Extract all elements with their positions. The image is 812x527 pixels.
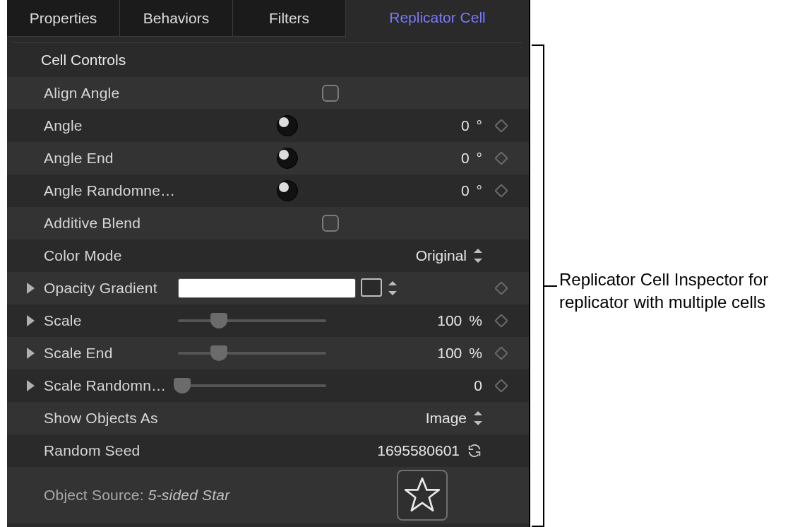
disclosure-icon[interactable] <box>27 283 35 294</box>
angle-end-value-unit: ° <box>477 150 482 167</box>
disclosure-icon[interactable] <box>27 380 35 391</box>
keyframe-icon[interactable] <box>494 151 508 165</box>
label-scale: Scale <box>44 312 178 329</box>
angle-randomness-value-unit: ° <box>477 182 482 199</box>
row-scale: Scale 100 % <box>7 304 529 337</box>
random-seed-value-number: 1695580601 <box>377 442 460 459</box>
scale-value-number: 100 <box>437 312 462 329</box>
inspector-panel: Properties Behaviors Filters Replicator … <box>7 0 530 527</box>
label-additive-blend: Additive Blend <box>44 215 178 232</box>
tab-behaviors[interactable]: Behaviors <box>120 0 233 37</box>
angle-end-value-number: 0 <box>461 150 470 167</box>
keyframe-icon[interactable] <box>494 346 508 360</box>
random-seed-value[interactable]: 1695580601 <box>341 442 482 459</box>
label-color-mode: Color Mode <box>44 247 178 264</box>
show-objects-as-value: Image <box>426 410 467 427</box>
scale-value-unit: % <box>469 312 482 329</box>
color-mode-value: Original <box>416 247 467 264</box>
row-opacity-gradient: Opacity Gradient <box>7 272 529 304</box>
color-mode-select[interactable]: Original <box>341 247 482 264</box>
tab-properties[interactable]: Properties <box>7 0 120 37</box>
scale-value[interactable]: 100 % <box>341 312 482 329</box>
angle-end-dial[interactable] <box>277 148 298 169</box>
scale-randomness-value[interactable]: 0 <box>341 377 482 394</box>
align-angle-checkbox[interactable] <box>322 85 339 102</box>
chevron-updown-icon <box>474 411 482 425</box>
angle-randomness-value[interactable]: 0 ° <box>341 182 482 199</box>
label-scale-end: Scale End <box>44 345 178 362</box>
keyframe-icon[interactable] <box>494 379 508 393</box>
callout-tick <box>544 285 557 287</box>
opacity-gradient-swatch[interactable] <box>178 278 356 298</box>
row-angle: Angle 0 ° <box>7 109 529 142</box>
star-icon <box>403 476 441 514</box>
angle-end-value[interactable]: 0 ° <box>341 150 482 167</box>
svg-marker-0 <box>405 478 439 510</box>
scale-randomness-slider[interactable] <box>178 379 326 392</box>
angle-dial[interactable] <box>277 115 298 136</box>
keyframe-icon[interactable] <box>494 314 508 328</box>
disclosure-icon[interactable] <box>27 315 35 326</box>
label-object-source-value: 5-sided Star <box>148 487 230 503</box>
label-angle-end: Angle End <box>44 150 178 167</box>
angle-value[interactable]: 0 ° <box>341 117 482 134</box>
label-angle: Angle <box>44 117 178 134</box>
inspector-tabs: Properties Behaviors Filters Replicator … <box>7 0 529 37</box>
scale-end-slider[interactable] <box>178 347 326 360</box>
tab-replicator-cell[interactable]: Replicator Cell <box>346 0 529 37</box>
label-opacity-gradient: Opacity Gradient <box>44 280 178 297</box>
tab-filters[interactable]: Filters <box>233 0 346 37</box>
chevron-updown-icon[interactable] <box>388 281 397 295</box>
row-object-source: Object Source: 5-sided Star <box>7 467 529 523</box>
angle-value-number: 0 <box>461 117 470 134</box>
scale-end-value[interactable]: 100 % <box>341 345 482 362</box>
label-show-objects-as: Show Objects As <box>44 410 178 427</box>
chevron-updown-icon <box>474 249 482 263</box>
row-angle-randomness: Angle Randomne… 0 ° <box>7 174 529 207</box>
row-show-objects-as: Show Objects As Image <box>7 402 529 434</box>
row-align-angle: Align Angle <box>7 77 529 109</box>
row-scale-end: Scale End 100 % <box>7 337 529 369</box>
row-angle-end: Angle End 0 ° <box>7 142 529 174</box>
scale-end-value-number: 100 <box>437 345 462 362</box>
row-color-mode: Color Mode Original <box>7 239 529 272</box>
scale-randomness-value-number: 0 <box>474 377 482 394</box>
scale-end-value-unit: % <box>469 345 482 362</box>
scale-slider[interactable] <box>178 314 326 327</box>
callout-text: Replicator Cell Inspector for replicator… <box>559 268 799 314</box>
angle-randomness-dial[interactable] <box>277 180 298 201</box>
row-additive-blend: Additive Blend <box>7 207 529 239</box>
keyframe-icon[interactable] <box>494 184 508 198</box>
row-random-seed: Random Seed 1695580601 <box>7 434 529 467</box>
angle-value-unit: ° <box>477 117 482 134</box>
label-random-seed: Random Seed <box>44 442 178 459</box>
controls-list: Align Angle Angle 0 ° <box>7 77 529 523</box>
keyframe-icon[interactable] <box>494 281 508 295</box>
show-objects-as-select[interactable]: Image <box>341 410 482 427</box>
keyframe-icon[interactable] <box>494 119 508 133</box>
row-scale-randomness: Scale Randomn… 0 <box>7 369 529 402</box>
label-object-source-prefix: Object Source: <box>44 487 144 503</box>
label-align-angle: Align Angle <box>44 85 178 102</box>
section-title: Cell Controls <box>7 43 529 77</box>
gradient-preset-icon[interactable] <box>363 280 381 296</box>
label-scale-randomness: Scale Randomn… <box>44 377 178 394</box>
refresh-icon[interactable] <box>467 443 482 458</box>
object-source-well[interactable] <box>397 470 448 521</box>
additive-blend-checkbox[interactable] <box>322 215 339 232</box>
disclosure-icon[interactable] <box>27 348 35 359</box>
angle-randomness-value-number: 0 <box>461 182 470 199</box>
callout-bracket <box>532 45 544 527</box>
label-angle-randomness: Angle Randomne… <box>44 182 178 199</box>
